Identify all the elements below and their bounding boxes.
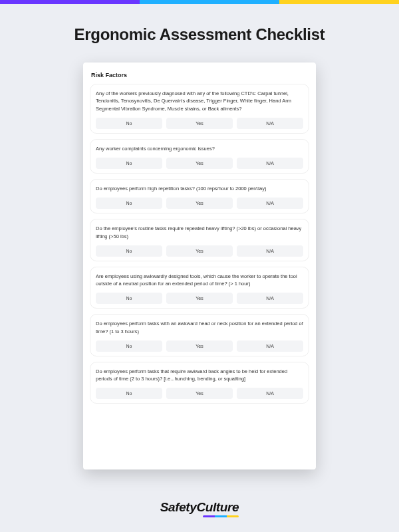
stripe-blue [140, 0, 279, 4]
option-no-button[interactable]: No [96, 118, 162, 129]
option-no-button[interactable]: No [96, 198, 162, 209]
question-text: Do employees perform tasks that require … [96, 368, 303, 383]
option-no-button[interactable]: No [96, 293, 162, 304]
option-na-button[interactable]: N/A [237, 118, 303, 129]
option-na-button[interactable]: N/A [237, 340, 303, 352]
options-row: NoYesN/A [96, 118, 303, 129]
questions-container: Any of the workers previously diagnosed … [90, 84, 309, 404]
option-yes-button[interactable]: Yes [166, 245, 233, 257]
top-accent-stripe [0, 0, 399, 4]
question-text: Do employees perform high repetition tas… [96, 185, 303, 192]
option-na-button[interactable]: N/A [237, 293, 303, 304]
brand-underline [203, 515, 239, 517]
question-text: Any of the workers previously diagnosed … [96, 90, 303, 112]
checklist-card: Risk Factors Any of the workers previous… [83, 63, 316, 469]
section-title: Risk Factors [91, 72, 308, 78]
option-yes-button[interactable]: Yes [166, 158, 233, 169]
question-block: Do employees perform tasks with an awkwa… [90, 314, 309, 356]
option-yes-button[interactable]: Yes [166, 198, 233, 209]
option-na-button[interactable]: N/A [237, 158, 303, 169]
option-yes-button[interactable]: Yes [166, 340, 233, 352]
options-row: NoYesN/A [96, 158, 303, 169]
question-block: Are employees using awkwardly designed t… [90, 267, 309, 309]
option-na-button[interactable]: N/A [237, 198, 303, 209]
options-row: NoYesN/A [96, 340, 303, 352]
options-row: NoYesN/A [96, 245, 303, 257]
option-na-button[interactable]: N/A [237, 245, 303, 257]
brand-logo-text: SafetyCulture [160, 500, 239, 515]
options-row: NoYesN/A [96, 388, 303, 399]
options-row: NoYesN/A [96, 198, 303, 209]
question-text: Do the employee's routine tasks require … [96, 225, 303, 240]
options-row: NoYesN/A [96, 293, 303, 304]
question-block: Do the employee's routine tasks require … [90, 219, 309, 261]
question-block: Any of the workers previously diagnosed … [90, 84, 309, 134]
question-text: Do employees perform tasks with an awkwa… [96, 320, 303, 335]
question-text: Any worker complaints concerning ergonom… [96, 145, 303, 152]
option-no-button[interactable]: No [96, 158, 162, 169]
option-na-button[interactable]: N/A [237, 388, 303, 399]
question-block: Any worker complaints concerning ergonom… [90, 139, 309, 174]
question-text: Are employees using awkwardly designed t… [96, 273, 303, 288]
option-yes-button[interactable]: Yes [166, 293, 233, 304]
option-yes-button[interactable]: Yes [166, 118, 233, 129]
question-block: Do employees perform high repetition tas… [90, 179, 309, 213]
option-yes-button[interactable]: Yes [166, 388, 233, 399]
question-block: Do employees perform tasks that require … [90, 362, 309, 404]
stripe-purple [0, 0, 140, 4]
option-no-button[interactable]: No [96, 388, 162, 399]
brand-footer: SafetyCulture [0, 500, 399, 517]
option-no-button[interactable]: No [96, 340, 162, 352]
page-title: Ergonomic Assessment Checklist [0, 25, 399, 44]
option-no-button[interactable]: No [96, 245, 162, 257]
stripe-yellow [279, 0, 399, 4]
